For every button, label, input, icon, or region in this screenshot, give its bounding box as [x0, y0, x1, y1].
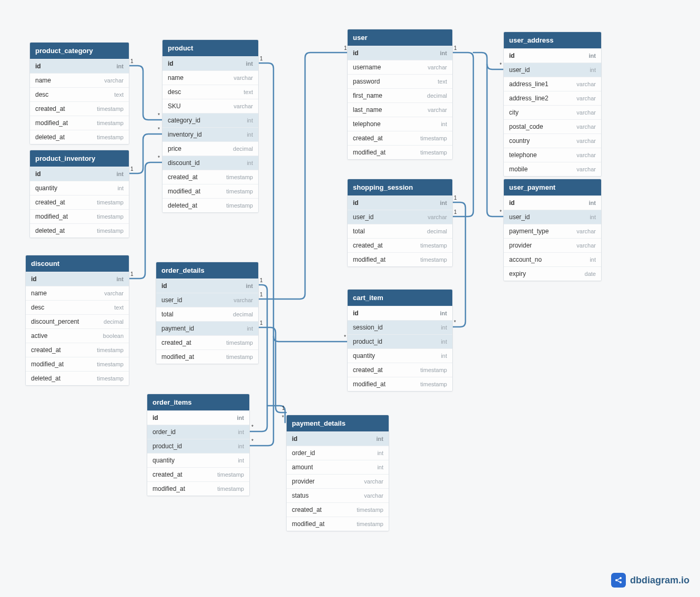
column-row[interactable]: payment_typevarchar: [504, 224, 601, 238]
column-row[interactable]: deleted_attimestamp: [26, 371, 129, 385]
column-row[interactable]: namevarchar: [26, 286, 129, 300]
column-row[interactable]: account_noint: [504, 252, 601, 266]
column-row[interactable]: mobilevarchar: [504, 162, 601, 176]
column-row[interactable]: session_idint: [348, 320, 452, 334]
column-row[interactable]: modified_attimestamp: [30, 116, 129, 130]
column-row[interactable]: idint: [156, 279, 258, 293]
table-user_payment[interactable]: user_paymentidintuser_idintpayment_typev…: [503, 179, 602, 281]
column-row[interactable]: category_idint: [163, 113, 258, 127]
column-row[interactable]: pricedecimal: [163, 141, 258, 156]
column-row[interactable]: cityvarchar: [504, 105, 601, 119]
column-row[interactable]: modified_attimestamp: [348, 145, 452, 159]
column-row[interactable]: first_namedecimal: [348, 88, 452, 102]
table-order_details[interactable]: order_detailsidintuser_idvarchartotaldec…: [156, 262, 259, 364]
column-row[interactable]: address_line1varchar: [504, 77, 601, 91]
column-row[interactable]: user_idvarchar: [156, 293, 258, 307]
column-row[interactable]: deleted_attimestamp: [30, 223, 129, 238]
column-row[interactable]: created_attimestamp: [30, 101, 129, 116]
column-row[interactable]: providervarchar: [504, 238, 601, 252]
column-row[interactable]: created_attimestamp: [348, 131, 452, 145]
column-row[interactable]: passwordtext: [348, 74, 452, 88]
column-row[interactable]: user_idint: [504, 210, 601, 224]
table-discount[interactable]: discountidintnamevarchardesctextdiscount…: [25, 255, 129, 386]
table-user[interactable]: useridintusernamevarcharpasswordtextfirs…: [347, 29, 453, 160]
column-row[interactable]: idint: [287, 431, 389, 446]
column-row[interactable]: modified_attimestamp: [26, 357, 129, 371]
table-header[interactable]: shopping_session: [348, 179, 452, 195]
column-row[interactable]: totaldecimal: [156, 307, 258, 321]
column-row[interactable]: payment_idint: [156, 321, 258, 335]
column-row[interactable]: postal_codevarchar: [504, 119, 601, 133]
column-row[interactable]: modified_attimestamp: [348, 252, 452, 266]
table-product_inventory[interactable]: product_inventoryidintquantityintcreated…: [29, 150, 129, 238]
column-row[interactable]: created_attimestamp: [30, 195, 129, 209]
column-row[interactable]: idint: [163, 56, 258, 70]
column-row[interactable]: namevarchar: [163, 70, 258, 85]
table-header[interactable]: product_inventory: [30, 150, 129, 167]
column-row[interactable]: product_idint: [348, 334, 452, 348]
table-payment_details[interactable]: payment_detailsidintorder_idintamountint…: [286, 415, 389, 531]
column-row[interactable]: idint: [30, 167, 129, 181]
column-row[interactable]: desctext: [30, 87, 129, 101]
column-row[interactable]: idint: [30, 59, 129, 73]
column-row[interactable]: desctext: [163, 85, 258, 99]
column-row[interactable]: idint: [348, 195, 452, 210]
column-row[interactable]: order_idint: [287, 446, 389, 460]
column-row[interactable]: product_idint: [147, 439, 249, 453]
column-row[interactable]: modified_attimestamp: [348, 377, 452, 391]
column-row[interactable]: amountint: [287, 460, 389, 474]
table-header[interactable]: user_address: [504, 32, 601, 48]
table-header[interactable]: product: [163, 40, 258, 56]
column-row[interactable]: namevarchar: [30, 73, 129, 87]
table-product_category[interactable]: product_categoryidintnamevarchardesctext…: [29, 42, 129, 145]
column-row[interactable]: providervarchar: [287, 474, 389, 488]
column-row[interactable]: created_attimestamp: [287, 502, 389, 517]
column-row[interactable]: created_attimestamp: [26, 343, 129, 357]
column-row[interactable]: idint: [348, 46, 452, 60]
column-row[interactable]: idint: [147, 410, 249, 425]
column-row[interactable]: idint: [504, 195, 601, 210]
column-row[interactable]: desctext: [26, 300, 129, 314]
column-row[interactable]: idint: [26, 272, 129, 286]
column-row[interactable]: inventory_idint: [163, 127, 258, 141]
table-header[interactable]: user_payment: [504, 179, 601, 195]
table-header[interactable]: cart_item: [348, 290, 452, 306]
table-shopping_session[interactable]: shopping_sessionidintuser_idvarchartotal…: [347, 179, 453, 267]
table-cart_item[interactable]: cart_itemidintsession_idintproduct_idint…: [347, 289, 453, 392]
column-row[interactable]: created_attimestamp: [163, 170, 258, 184]
column-row[interactable]: quantityint: [147, 453, 249, 467]
column-row[interactable]: telephonevarchar: [504, 148, 601, 162]
column-row[interactable]: SKUvarchar: [163, 99, 258, 113]
column-row[interactable]: address_line2varchar: [504, 91, 601, 105]
table-order_items[interactable]: order_itemsidintorder_idintproduct_idint…: [147, 394, 250, 496]
table-header[interactable]: product_category: [30, 43, 129, 59]
table-header[interactable]: discount: [26, 255, 129, 272]
column-row[interactable]: modified_attimestamp: [147, 481, 249, 496]
column-row[interactable]: quantityint: [30, 181, 129, 195]
column-row[interactable]: modified_attimestamp: [163, 184, 258, 198]
table-product[interactable]: productidintnamevarchardesctextSKUvarcha…: [162, 39, 259, 213]
column-row[interactable]: countryvarchar: [504, 133, 601, 148]
erd-canvas[interactable]: 1 * 1 * 1 * 1 * * 1 * * 1 1 1 1 1 * 1 1 …: [0, 0, 700, 597]
column-row[interactable]: modified_attimestamp: [30, 209, 129, 223]
column-row[interactable]: expirydate: [504, 266, 601, 281]
column-row[interactable]: discount_percentdecimal: [26, 314, 129, 328]
column-row[interactable]: created_attimestamp: [156, 335, 258, 349]
column-row[interactable]: idint: [504, 48, 601, 63]
column-row[interactable]: user_idint: [504, 63, 601, 77]
column-row[interactable]: statusvarchar: [287, 488, 389, 502]
column-row[interactable]: deleted_attimestamp: [30, 130, 129, 144]
column-row[interactable]: usernamevarchar: [348, 60, 452, 74]
column-row[interactable]: quantityint: [348, 348, 452, 363]
table-header[interactable]: user: [348, 29, 452, 46]
column-row[interactable]: deleted_attimestamp: [163, 198, 258, 212]
column-row[interactable]: idint: [348, 306, 452, 320]
table-header[interactable]: payment_details: [287, 415, 389, 431]
column-row[interactable]: telephoneint: [348, 117, 452, 131]
column-row[interactable]: modified_attimestamp: [156, 349, 258, 364]
column-row[interactable]: user_idvarchar: [348, 210, 452, 224]
column-row[interactable]: order_idint: [147, 425, 249, 439]
column-row[interactable]: activeboolean: [26, 328, 129, 343]
column-row[interactable]: created_attimestamp: [348, 363, 452, 377]
column-row[interactable]: modified_attimestamp: [287, 517, 389, 531]
